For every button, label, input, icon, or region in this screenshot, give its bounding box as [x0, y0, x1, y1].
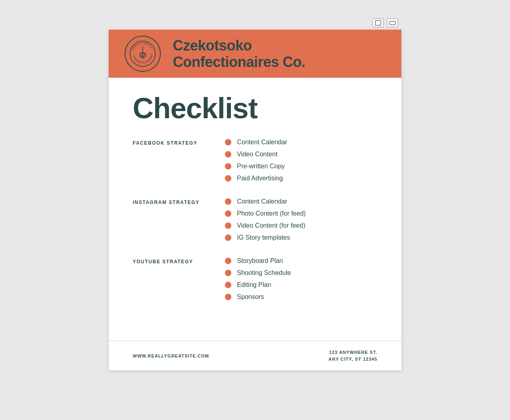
item-text: Pre-written Copy: [237, 163, 285, 170]
main-content: Checklist FACEBOOK STRATEGYContent Calen…: [109, 78, 401, 341]
checklist-item-0-0: Content Calendar: [225, 139, 287, 146]
checklist-item-1-1: Photo Content (for feed): [225, 210, 306, 217]
document-page: CZEKOTSOKO CONFECTIONAIRES CO. Czekotsok…: [109, 30, 401, 370]
item-text: Video Content: [237, 151, 277, 158]
page-title: Checklist: [133, 94, 377, 123]
item-text: IG Story templates: [237, 234, 290, 241]
toolbar-button-2[interactable]: [387, 18, 398, 27]
bullet-dot: [225, 210, 231, 217]
bullet-dot: [225, 163, 231, 170]
checklist-item-0-1: Video Content: [225, 151, 287, 158]
sections-container: FACEBOOK STRATEGYContent CalendarVideo C…: [133, 139, 377, 301]
checklist-items-1: Content CalendarPhoto Content (for feed)…: [225, 198, 306, 241]
logo-circle: CZEKOTSOKO CONFECTIONAIRES CO.: [125, 36, 161, 72]
checklist-item-0-3: Paid Advertising: [225, 175, 287, 182]
item-text: Content Calendar: [237, 139, 287, 146]
checklist-item-1-0: Content Calendar: [225, 198, 306, 205]
checklist-items-2: Storyboard PlanShooting ScheduleEditing …: [225, 257, 291, 301]
checklist-item-2-1: Shooting Schedule: [225, 269, 291, 277]
section-0: FACEBOOK STRATEGYContent CalendarVideo C…: [133, 139, 377, 182]
footer: WWW.REALLYGREATSITE.COM 123 ANYWHERE ST.…: [109, 341, 401, 370]
bullet-dot: [225, 175, 231, 182]
checklist-item-1-2: Video Content (for feed): [225, 222, 306, 229]
bullet-dot: [225, 258, 231, 264]
footer-address: 123 ANYWHERE ST. ANY CITY, ST 12345: [328, 349, 377, 362]
address-line2: ANY CITY, ST 12345: [328, 356, 377, 363]
address-line1: 123 ANYWHERE ST.: [328, 349, 377, 356]
item-text: Video Content (for feed): [237, 222, 305, 229]
bullet-dot: [225, 234, 231, 241]
bullet-dot: [225, 139, 231, 145]
toolbar-button-1[interactable]: [372, 18, 384, 27]
bullet-dot: [225, 282, 231, 288]
checklist-item-2-0: Storyboard Plan: [225, 257, 291, 265]
item-text: Content Calendar: [237, 198, 287, 205]
item-text: Editing Plan: [237, 281, 271, 289]
item-text: Shooting Schedule: [237, 269, 291, 277]
bullet-dot: [225, 151, 231, 158]
checklist-item-2-3: Sponsors: [225, 293, 291, 301]
checklist-items-0: Content CalendarVideo ContentPre-written…: [225, 139, 287, 182]
svg-rect-1: [390, 21, 395, 25]
header-banner: CZEKOTSOKO CONFECTIONAIRES CO. Czekotsok…: [109, 30, 401, 78]
item-text: Sponsors: [237, 293, 264, 301]
bullet-dot: [225, 294, 231, 300]
checklist-item-0-2: Pre-written Copy: [225, 163, 287, 170]
footer-website: WWW.REALLYGREATSITE.COM: [133, 353, 209, 358]
bullet-dot: [225, 222, 231, 229]
bullet-dot: [225, 270, 231, 276]
section-2: YOUTUBE STRATEGYStoryboard PlanShooting …: [133, 257, 377, 301]
section-label-1: INSTAGRAM STRATEGY: [133, 198, 213, 205]
item-text: Storyboard Plan: [237, 257, 283, 265]
item-text: Paid Advertising: [237, 175, 283, 182]
item-text: Photo Content (for feed): [237, 210, 306, 217]
svg-rect-0: [375, 20, 381, 25]
bullet-dot: [225, 198, 231, 205]
company-name: Czekotsoko Confectionaires Co.: [173, 37, 306, 71]
checklist-item-2-2: Editing Plan: [225, 281, 291, 289]
section-label-2: YOUTUBE STRATEGY: [133, 257, 213, 265]
section-1: INSTAGRAM STRATEGYContent CalendarPhoto …: [133, 198, 377, 241]
section-label-0: FACEBOOK STRATEGY: [133, 139, 213, 146]
checklist-item-1-3: IG Story templates: [225, 234, 306, 241]
